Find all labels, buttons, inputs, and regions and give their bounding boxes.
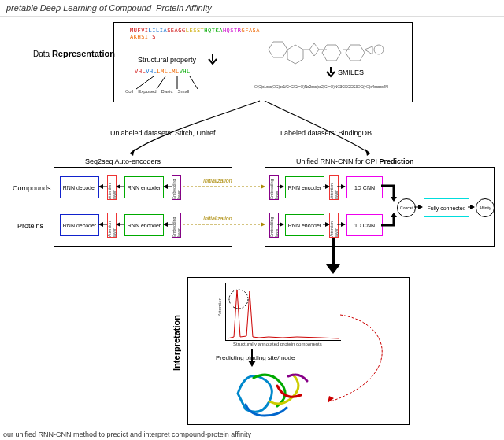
protein-structure-icon [222, 354, 332, 425]
figure-caption: our unified RNN-CNN method to predict an… [3, 431, 251, 438]
